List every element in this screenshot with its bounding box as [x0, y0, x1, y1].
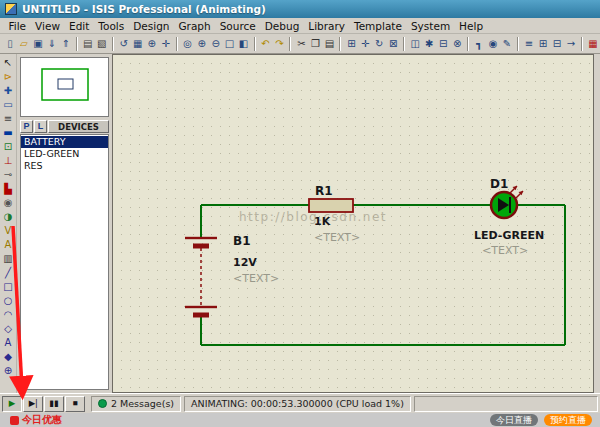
animating-status-panel: ANIMATING: 00:00:53.300000 (CPU load 1%) — [184, 396, 411, 412]
toggle-grid-icon[interactable]: ▦ — [131, 36, 144, 51]
menu-library[interactable]: Library — [304, 19, 350, 33]
virtual-instruments-icon[interactable]: ▥ — [1, 252, 16, 266]
led-ref-label[interactable]: D1 — [490, 177, 508, 191]
property-assignment-icon[interactable]: ✎ — [501, 36, 514, 51]
play-button[interactable]: ▶ — [2, 396, 22, 412]
reserve-badge[interactable]: 预约直播 — [544, 414, 592, 426]
current-probe-icon[interactable]: A — [1, 238, 16, 252]
make-device-icon[interactable]: ✱ — [423, 36, 436, 51]
device-item-led-green[interactable]: LED-GREEN — [21, 148, 108, 160]
zoom-in-icon[interactable]: ⊕ — [195, 36, 208, 51]
overview-window[interactable] — [20, 57, 109, 117]
pause-button[interactable]: ▮▮ — [44, 396, 64, 412]
subcircuit-icon[interactable]: ⊡ — [1, 140, 16, 154]
marker-2d-icon[interactable]: ⊕ — [1, 364, 16, 378]
box-2d-icon[interactable]: □ — [1, 280, 16, 294]
cursor-snap-icon[interactable]: ✛ — [159, 36, 172, 51]
copy-icon[interactable]: ❐ — [309, 36, 322, 51]
packaging-tool-icon[interactable]: ⊟ — [437, 36, 450, 51]
generator-icon[interactable]: ◑ — [1, 210, 16, 224]
undo-icon[interactable]: ↶ — [259, 36, 272, 51]
zoom-area-icon[interactable]: ◧ — [237, 36, 250, 51]
symbol-2d-icon[interactable]: ◆ — [1, 350, 16, 364]
menu-graph[interactable]: Graph — [174, 19, 215, 33]
pick-devices-button[interactable]: P — [20, 120, 33, 133]
simulation-controls: ▶▶|▮▮■ — [2, 396, 88, 412]
live-pill[interactable]: 今日直播 — [490, 414, 538, 426]
paste-icon[interactable]: ▤ — [323, 36, 336, 51]
menu-debug[interactable]: Debug — [260, 19, 304, 33]
remove-sheet-icon[interactable]: ⊟ — [550, 36, 563, 51]
device-item-battery[interactable]: BATTERY — [21, 136, 108, 148]
menu-file[interactable]: File — [4, 19, 31, 33]
zoom-out-icon[interactable]: ⊖ — [209, 36, 222, 51]
menu-template[interactable]: Template — [350, 19, 407, 33]
menu-edit[interactable]: Edit — [65, 19, 94, 33]
menu-system[interactable]: System — [406, 19, 454, 33]
voltage-probe-icon[interactable]: V — [1, 224, 16, 238]
new-sheet-icon[interactable]: ⊞ — [536, 36, 549, 51]
false-origin-icon[interactable]: ⊕ — [145, 36, 158, 51]
device-pin-icon[interactable]: ⊸ — [1, 168, 16, 182]
design-explorer-icon[interactable]: ≡ — [523, 36, 536, 51]
menu-design[interactable]: Design — [129, 19, 174, 33]
promo-icon — [10, 416, 19, 425]
text-2d-icon[interactable]: A — [1, 336, 16, 350]
text-script-icon[interactable]: ≡ — [1, 112, 16, 126]
block-copy-icon[interactable]: ⊞ — [345, 36, 358, 51]
battery-value-label[interactable]: 12V — [233, 256, 257, 269]
wire-label-icon[interactable]: ▭ — [1, 98, 16, 112]
video-overlay-strip: 今日优惠 今日直播 预约直播 — [0, 413, 600, 427]
resistor-ref-label[interactable]: R1 — [315, 184, 333, 198]
export-section-icon[interactable]: ⇑ — [59, 36, 72, 51]
step-button[interactable]: ▶| — [23, 396, 43, 412]
path-2d-icon[interactable]: ◇ — [1, 322, 16, 336]
schematic-canvas[interactable]: http://blog.csdn.net B1 12V <TEXT> R1 1K… — [112, 54, 594, 393]
promo-left[interactable]: 今日优惠 — [10, 413, 62, 427]
print-icon[interactable]: ▤ — [81, 36, 94, 51]
led-value-label[interactable]: LED-GREEN — [474, 229, 544, 242]
refresh-display-icon[interactable]: ↺ — [117, 36, 130, 51]
block-delete-icon[interactable]: ⊠ — [387, 36, 400, 51]
devices-header: DEVICES — [48, 120, 109, 133]
decompose-icon[interactable]: ⊗ — [451, 36, 464, 51]
goto-sheet-icon[interactable]: → — [564, 36, 577, 51]
save-icon[interactable]: ▣ — [31, 36, 44, 51]
menu-help[interactable]: Help — [455, 19, 488, 33]
wire-autorouter-icon[interactable]: ┓ — [473, 36, 486, 51]
search-tag-icon[interactable]: ◉ — [487, 36, 500, 51]
zoom-all-icon[interactable]: □ — [223, 36, 236, 51]
component-mode-icon[interactable]: ⊳ — [1, 70, 16, 84]
line-2d-icon[interactable]: ╱ — [1, 266, 16, 280]
selection-pointer-icon[interactable]: ↖ — [1, 56, 16, 70]
stop-button[interactable]: ■ — [65, 396, 85, 412]
message-panel[interactable]: 2 Message(s) — [91, 396, 181, 412]
pick-parts-icon[interactable]: ◫ — [409, 36, 422, 51]
new-file-icon[interactable]: ▯ — [4, 36, 17, 51]
menu-source[interactable]: Source — [215, 19, 260, 33]
terminal-mode-icon[interactable]: ⊥ — [1, 154, 16, 168]
device-item-res[interactable]: RES — [21, 160, 108, 172]
mark-output-area-icon[interactable]: ▧ — [95, 36, 108, 51]
battery-symbol[interactable] — [185, 238, 217, 315]
block-move-icon[interactable]: ✛ — [359, 36, 372, 51]
bus-icon[interactable]: ▬ — [1, 126, 16, 140]
resistor-symbol[interactable] — [309, 199, 353, 212]
graph-mode-icon[interactable]: ▙ — [1, 182, 16, 196]
tape-recorder-icon[interactable]: ◉ — [1, 196, 16, 210]
center-at-cursor-icon[interactable]: ◎ — [181, 36, 194, 51]
view-pcb-layout-icon[interactable]: ▦ — [586, 36, 599, 51]
menu-tools[interactable]: Tools — [94, 19, 129, 33]
block-rotate-icon[interactable]: ↻ — [373, 36, 386, 51]
cut-icon[interactable]: ✂ — [295, 36, 308, 51]
import-section-icon[interactable]: ⇓ — [45, 36, 58, 51]
open-folder-icon[interactable]: ▱ — [17, 36, 30, 51]
resistor-value-label[interactable]: 1K — [314, 215, 331, 228]
junction-dot-icon[interactable]: ✚ — [1, 84, 16, 98]
circle-2d-icon[interactable]: ○ — [1, 294, 16, 308]
arc-2d-icon[interactable]: ◠ — [1, 308, 16, 322]
library-manager-button[interactable]: L — [34, 120, 47, 133]
redo-icon[interactable]: ↷ — [273, 36, 286, 51]
battery-ref-label[interactable]: B1 — [233, 234, 251, 248]
menu-view[interactable]: View — [31, 19, 65, 33]
